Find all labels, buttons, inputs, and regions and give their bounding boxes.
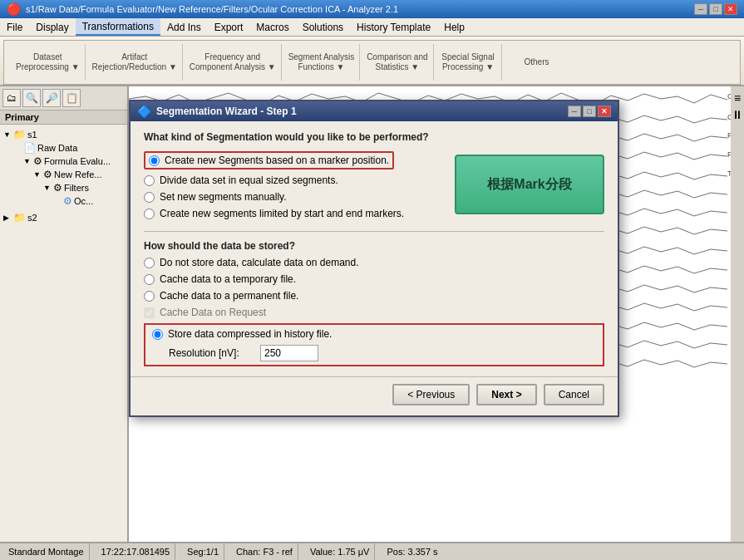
tree-expand-formula: ▼: [23, 157, 33, 165]
ribbon-comparison-statistics[interactable]: Comparison andStatistics ▼: [362, 44, 433, 81]
tree-label-s2: s2: [27, 213, 37, 223]
modal-title-text: Segmentation Wizard - Step 1: [156, 106, 297, 117]
modal-close-button[interactable]: ✕: [598, 106, 611, 117]
gear-icon-ica: ⚙: [63, 195, 72, 207]
tree-item-formula[interactable]: ▼ ⚙ Formula Evalu...: [23, 155, 124, 168]
window-title: s1/Raw Data/Formula Evaluator/New Refere…: [26, 4, 398, 14]
minimize-button[interactable]: ─: [694, 3, 707, 15]
title-bar-buttons: ─ □ ✕: [694, 3, 737, 15]
storage-label-1: Do not store data, calculate data on dem…: [160, 257, 359, 268]
gear-icon-newref: ⚙: [43, 169, 52, 180]
ribbon-group-label-dataset: DatasetPreprocessing ▼: [16, 52, 80, 72]
tree-item-s1[interactable]: ▼ 📁 s1: [3, 128, 124, 141]
radio-input-3[interactable]: [144, 192, 155, 203]
menu-display[interactable]: Display: [29, 18, 75, 36]
menu-macros[interactable]: Macros: [249, 18, 295, 36]
ribbon-group-label-others: Others: [525, 57, 549, 67]
cache-request-label: Cache Data on Request: [160, 307, 266, 318]
radio-option-4[interactable]: Create new segments limited by start and…: [144, 208, 445, 219]
toolbar-clipboard-icon[interactable]: 📋: [62, 89, 81, 107]
svg-text:CP6-ref: CP6-ref: [727, 113, 731, 121]
ribbon-others[interactable]: Others: [504, 44, 570, 81]
tree-label-formula: Formula Evalu...: [44, 156, 111, 166]
toolbar-folder-icon[interactable]: 🗂: [2, 89, 21, 107]
storage-option-cache-request: Cache Data on Request: [144, 307, 604, 318]
radio-input-2[interactable]: [144, 175, 155, 186]
storage-option-3[interactable]: Cache data to a permanent file.: [144, 290, 604, 302]
radio-option-3[interactable]: Set new segments manually.: [144, 191, 445, 203]
modal-title-icon: 🔷: [137, 105, 151, 118]
storage-radio-2[interactable]: [144, 274, 155, 285]
option-box-1: Create new Segments based on a marker po…: [144, 151, 394, 169]
cancel-button[interactable]: Cancel: [544, 384, 604, 405]
ribbon-segment-analysis[interactable]: Segment AnalysisFunctions ▼: [283, 44, 361, 81]
menu-help[interactable]: Help: [437, 18, 471, 36]
storage-option-1[interactable]: Do not store data, calculate data on dem…: [144, 257, 604, 268]
ribbon-artifact-rejection[interactable]: ArtifactRejection/Reduction ▼: [87, 44, 183, 81]
storage-radio-5[interactable]: [152, 329, 163, 340]
next-button[interactable]: Next >: [476, 384, 536, 405]
title-bar: 🔴 s1/Raw Data/Formula Evaluator/New Refe…: [0, 0, 744, 18]
ribbon-group-label-artifact: ArtifactRejection/Reduction ▼: [92, 52, 177, 72]
resolution-label: Resolution [nV]:: [169, 347, 260, 359]
previous-button[interactable]: < Previous: [392, 384, 470, 405]
modal-maximize-button[interactable]: □: [583, 106, 596, 117]
modal-footer: < Previous Next > Cancel: [131, 376, 618, 415]
mark-segmentation-button[interactable]: 根据Mark分段: [455, 155, 604, 214]
status-bar: Standard Montage 17:22:17.081495 Seg:1/1…: [0, 542, 744, 560]
radio-input-1[interactable]: [149, 155, 160, 166]
storage-option-5[interactable]: Store data compressed in history file.: [152, 328, 596, 340]
ribbon-special-signal[interactable]: Special SignalProcessing ▼: [436, 44, 502, 81]
tree-item-filters[interactable]: ▼ ⚙ Filters: [43, 181, 124, 194]
status-time: 17:22:17.081495: [96, 543, 176, 560]
modal-section-segmentation: Create new Segments based on a marker po…: [144, 151, 604, 224]
ribbon-group-label-special: Special SignalProcessing ▼: [441, 52, 494, 72]
radio-label-1: Create new Segments based on a marker po…: [165, 155, 389, 166]
radio-input-4[interactable]: [144, 209, 155, 219]
menu-bar: File Display Transformations Add Ins Exp…: [0, 18, 744, 37]
modal-title-buttons: ─ □ ✕: [568, 106, 611, 117]
modal-titlebar: 🔷 Segmentation Wizard - Step 1 ─ □ ✕: [131, 101, 618, 121]
menu-solutions[interactable]: Solutions: [296, 18, 350, 36]
tree-expand-s1: ▼: [3, 130, 13, 139]
maximize-button[interactable]: □: [709, 3, 722, 15]
radio-option-2[interactable]: Divide data set in equal sized segments.: [144, 174, 445, 186]
storage-label-5: Store data compressed in history file.: [168, 328, 332, 340]
menu-addins[interactable]: Add Ins: [160, 18, 208, 36]
radio-label-2: Divide data set in equal sized segments.: [160, 174, 338, 186]
menu-history-template[interactable]: History Template: [350, 18, 437, 36]
tree-item-rawdata[interactable]: 📄 Raw Data: [13, 141, 124, 155]
right-icons: ≡ ⏸: [732, 88, 743, 125]
storage-radio-3[interactable]: [144, 291, 155, 302]
ribbon-frequency-component[interactable]: Frequency andComponent Analysis ▼: [185, 44, 282, 81]
toolbar-zoom-icon[interactable]: 🔎: [42, 89, 61, 107]
svg-text:CP5-ref: CP5-ref: [727, 92, 731, 101]
menu-export[interactable]: Export: [208, 18, 250, 36]
resolution-input[interactable]: [260, 345, 318, 361]
resolution-row: Resolution [nV]:: [169, 345, 596, 361]
tree-expand-newref: ▼: [33, 170, 43, 179]
tree-item-s2[interactable]: ▶ 📁 s2: [3, 211, 124, 224]
toolbar-search-icon[interactable]: 🔍: [22, 89, 41, 107]
menu-transformations[interactable]: Transformations: [76, 18, 160, 36]
status-montage: Standard Montage: [3, 543, 90, 560]
tree-label-filters: Filters: [64, 183, 89, 193]
storage-label-3: Cache data to a permanent file.: [160, 290, 298, 302]
storage-radio-1[interactable]: [144, 258, 155, 268]
storage-option-2[interactable]: Cache data to a temporary file.: [144, 273, 604, 285]
right-panel: ≡ ⏸: [731, 86, 744, 542]
ribbon-dataset-preprocessing[interactable]: DatasetPreprocessing ▼: [11, 44, 86, 81]
tree-item-newref[interactable]: ▼ ⚙ New Refe...: [33, 168, 124, 181]
modal-minimize-button[interactable]: ─: [568, 106, 581, 117]
tree-item-ica[interactable]: ⚙ Oc...: [53, 194, 124, 208]
close-button[interactable]: ✕: [724, 3, 737, 15]
svg-text:FT10-ref: FT10-ref: [727, 150, 731, 159]
menu-file[interactable]: File: [0, 18, 29, 36]
radio-label-3: Set new segments manually.: [160, 191, 287, 203]
tree-label-s1: s1: [27, 130, 37, 140]
status-chan: Chan: F3 - ref: [231, 543, 298, 560]
right-icon-2[interactable]: ⏸: [732, 108, 743, 121]
right-icon-1[interactable]: ≡: [734, 91, 741, 105]
status-value: Value: 1.75 μV: [305, 543, 376, 560]
modal-question: What kind of Segmentation would you like…: [144, 131, 604, 143]
